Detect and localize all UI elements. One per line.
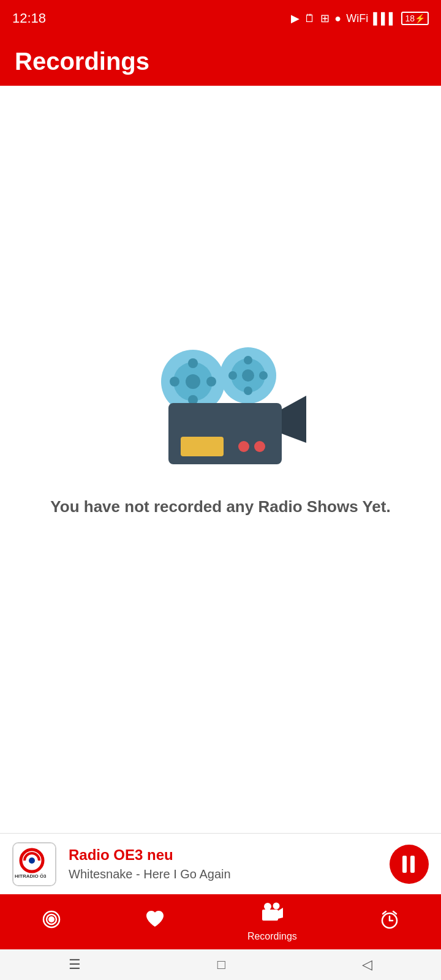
main-content: You have not recorded any Radio Shows Ye… (0, 86, 441, 760)
bottom-nav: Recordings (0, 894, 441, 949)
svg-point-16 (238, 441, 249, 452)
play-pause-button[interactable] (390, 845, 429, 884)
nav-item-favorites[interactable] (144, 908, 166, 935)
signal-icon: ▌▌▌ (373, 12, 396, 25)
play-status-icon: ▶ (291, 12, 300, 25)
svg-point-6 (206, 377, 216, 386)
svg-point-9 (242, 369, 254, 382)
svg-line-31 (383, 911, 386, 914)
status-icons: ▶ 🗒 ⊞ ● WiFi ▌▌▌ 18⚡ (291, 12, 429, 25)
page-title: Recordings (15, 48, 149, 75)
svg-point-13 (259, 371, 268, 380)
svg-point-11 (244, 386, 252, 395)
svg-marker-18 (282, 396, 306, 443)
pause-icon (402, 856, 416, 873)
svg-point-3 (188, 358, 198, 368)
nav-recordings-label: Recordings (247, 931, 297, 942)
svg-point-24 (264, 903, 271, 910)
system-nav-bar: ☰ □ ◁ (0, 949, 441, 980)
nav-home-button[interactable]: □ (217, 957, 225, 973)
svg-rect-26 (262, 910, 278, 921)
svg-rect-15 (181, 437, 224, 456)
svg-point-25 (273, 903, 280, 910)
toolbar: Recordings (0, 37, 441, 86)
song-title: Whitesnake - Here I Go Again (69, 867, 377, 881)
status-time: 12:18 (12, 10, 46, 26)
svg-point-10 (244, 356, 252, 364)
nav-menu-button[interactable]: ☰ (69, 957, 81, 973)
radio-icon (40, 908, 62, 935)
svg-marker-27 (278, 908, 283, 919)
station-name: Radio OE3 neu (69, 846, 377, 864)
svg-point-23 (48, 916, 55, 922)
svg-point-21 (29, 858, 35, 864)
nav-item-alarm[interactable] (379, 908, 401, 935)
nav-back-button[interactable]: ◁ (362, 957, 372, 973)
wifi-icon: WiFi (346, 12, 368, 25)
battery-indicator: 18⚡ (401, 12, 429, 25)
clipboard-icon: 🗒 (304, 12, 315, 25)
camera-nav-icon (260, 902, 284, 929)
svg-line-32 (393, 911, 396, 914)
station-logo: HITRADIO Ö3 (12, 842, 56, 886)
svg-point-12 (228, 371, 237, 380)
dot-icon: ● (334, 12, 341, 25)
svg-point-17 (254, 441, 265, 452)
svg-point-2 (186, 374, 200, 389)
nav-item-recordings[interactable]: Recordings (247, 902, 297, 942)
status-bar: 12:18 ▶ 🗒 ⊞ ● WiFi ▌▌▌ 18⚡ (0, 0, 441, 37)
nav-item-radio[interactable] (40, 908, 62, 935)
empty-state-message: You have not recorded any Radio Shows Ye… (26, 497, 415, 516)
now-playing-bar[interactable]: HITRADIO Ö3 Radio OE3 neu Whitesnake - H… (0, 833, 441, 894)
svg-text:HITRADIO Ö3: HITRADIO Ö3 (15, 873, 47, 879)
empty-state-illustration (135, 330, 306, 473)
grid-icon: ⊞ (320, 12, 330, 25)
heart-icon (144, 908, 166, 935)
alarm-icon (379, 908, 401, 935)
station-info: Radio OE3 neu Whitesnake - Here I Go Aga… (69, 846, 377, 881)
svg-point-5 (170, 377, 179, 386)
